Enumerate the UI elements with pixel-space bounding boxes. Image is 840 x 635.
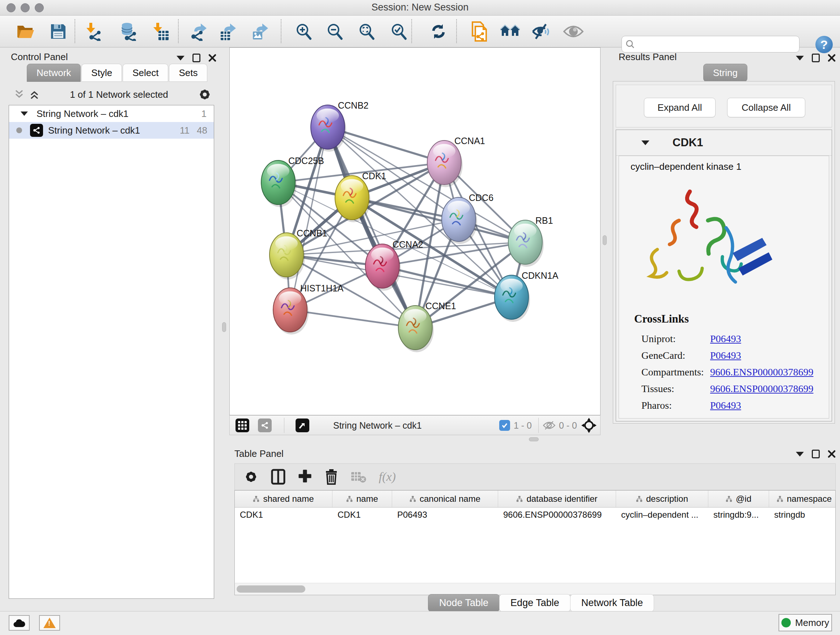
crosslink-value-link[interactable]: P06493 [710,350,741,361]
table-row[interactable]: CDK1CDK1P064939606.ENSP00000378699cyclin… [235,508,835,523]
column-header--id[interactable]: @id [708,491,769,507]
zoom-in-button[interactable] [293,20,314,43]
birdseye-grid-button[interactable] [235,418,249,432]
column-header-name[interactable]: name [332,491,392,507]
tab-string[interactable]: String [703,64,747,82]
tab-sets[interactable]: Sets [169,64,207,82]
import-network-file-button[interactable] [83,20,104,43]
tab-network[interactable]: Network [27,64,81,82]
export-table-button[interactable] [218,20,240,43]
network-share-button[interactable] [258,418,272,432]
gene-card-header[interactable]: CDK1 [616,130,832,156]
table-cell[interactable]: CDK1 [235,508,332,523]
tab-style[interactable]: Style [81,64,122,82]
column-header-description[interactable]: description [616,491,708,507]
open-session-button[interactable] [14,20,36,43]
cloud-button[interactable] [9,615,30,631]
import-network-database-button[interactable] [118,20,139,43]
zoom-selected-button[interactable] [388,20,409,43]
show-columns-icon[interactable] [271,469,286,485]
float-panel-icon[interactable] [812,450,820,458]
panel-menu-icon[interactable] [796,452,804,456]
import-table-button[interactable] [150,20,172,43]
memory-button[interactable]: Memory [778,614,832,631]
left-splitter-handle[interactable] [222,322,226,332]
tab-edge-table[interactable]: Edge Table [499,594,570,612]
scrollbar-thumb[interactable] [237,585,305,593]
network-node-ccna1[interactable]: CCNA1 [427,136,485,187]
crosslink-value-link[interactable]: 9606.ENSP00000378699 [710,383,813,394]
fit-selected-crosshair-button[interactable] [581,418,597,434]
network-collection-row[interactable]: String Network – cdk1 1 [9,105,214,122]
window-zoom-button[interactable] [35,3,44,12]
show-all-button[interactable] [562,20,584,43]
collection-expand-icon[interactable] [21,111,28,116]
tab-node-table[interactable]: Node Table [428,594,500,612]
network-graph[interactable]: CCNB2CCNA1CDC25BCDK1CDC6RB1CCNB1CCNA2CDK… [230,48,600,415]
table-horizontal-scrollbar[interactable] [234,583,836,595]
network-edge[interactable] [382,266,512,297]
network-node-ccne1[interactable]: CCNE1 [398,301,456,352]
crosslink-value-link[interactable]: 9606.ENSP00000378699 [710,366,813,378]
table-cell[interactable]: stringdb [769,508,836,523]
close-panel-icon[interactable] [828,54,836,62]
table-cell[interactable]: cyclin–dependent ... [616,508,708,523]
network-node-cdc6[interactable]: CDC6 [442,193,493,244]
export-image-button[interactable] [250,20,272,43]
column-header-namespace[interactable]: namespace [769,491,836,507]
crosslink-value-link[interactable]: P06493 [710,333,741,345]
table-cell[interactable]: 9606.ENSP00000378699 [498,508,616,523]
gene-collapse-icon[interactable] [641,141,649,145]
network-node-hist1h1a[interactable]: HIST1H1A [273,283,344,334]
warnings-button[interactable] [39,615,60,631]
network-node-ccnb1[interactable]: CCNB1 [270,228,327,279]
network-node-cdc25b[interactable]: CDC25B [261,156,324,207]
panel-menu-icon[interactable] [177,56,185,60]
network-canvas[interactable]: CCNB2CCNA1CDC25BCDK1CDC6RB1CCNB1CCNA2CDK… [229,48,600,415]
float-panel-icon[interactable] [812,54,820,62]
column-header-database-identifier[interactable]: database identifier [498,491,616,507]
table-options-gear-icon[interactable] [243,469,259,485]
collapse-all-button[interactable]: Collapse All [727,98,805,117]
expand-all-button[interactable]: Expand All [644,98,715,117]
add-column-icon[interactable] [298,470,312,484]
delete-column-icon[interactable] [325,469,338,485]
tab-select[interactable]: Select [123,64,168,82]
table-cell[interactable]: P06493 [392,508,498,523]
table-cell[interactable]: CDK1 [332,508,392,523]
help-button[interactable]: ? [815,36,833,53]
network-node-cdkn1a[interactable]: CDKN1A [494,271,559,322]
panel-menu-icon[interactable] [796,56,804,60]
network-options-gear-icon[interactable] [197,87,212,102]
network-node-rb1[interactable]: RB1 [508,215,553,267]
window-minimize-button[interactable] [21,3,30,12]
close-panel-icon[interactable] [828,450,836,458]
tab-network-table[interactable]: Network Table [570,594,654,612]
search-input[interactable] [638,39,796,50]
collapse-all-icon[interactable] [13,89,25,100]
close-panel-icon[interactable] [208,54,216,62]
network-from-selection-button[interactable] [469,20,491,43]
network-row[interactable]: String Network – cdk1 11 48 [9,122,214,139]
open-in-window-button[interactable] [295,418,309,432]
expand-all-icon[interactable] [28,89,41,100]
export-network-button[interactable] [188,20,210,43]
selected-count-checkbox[interactable] [499,420,510,431]
first-neighbors-button[interactable] [500,20,521,43]
window-close-button[interactable] [6,3,16,12]
table-cell[interactable]: stringdb:9... [708,508,769,523]
column-header-canonical-name[interactable]: canonical name [392,491,498,507]
network-node-ccna2[interactable]: CCNA2 [365,239,423,291]
right-splitter-handle[interactable] [603,235,607,245]
hide-selected-button[interactable] [531,20,552,43]
zoom-out-button[interactable] [324,20,346,43]
float-panel-icon[interactable] [193,54,201,62]
refresh-button[interactable] [428,20,449,43]
horizontal-splitter-handle[interactable] [529,437,538,441]
column-header-shared-name[interactable]: shared name [235,491,332,507]
network-edge[interactable] [290,310,415,328]
zoom-fit-button[interactable] [355,20,377,43]
crosslink-value-link[interactable]: P06493 [710,400,741,411]
network-node-ccnb2[interactable]: CCNB2 [311,100,369,152]
save-session-button[interactable] [47,20,69,43]
